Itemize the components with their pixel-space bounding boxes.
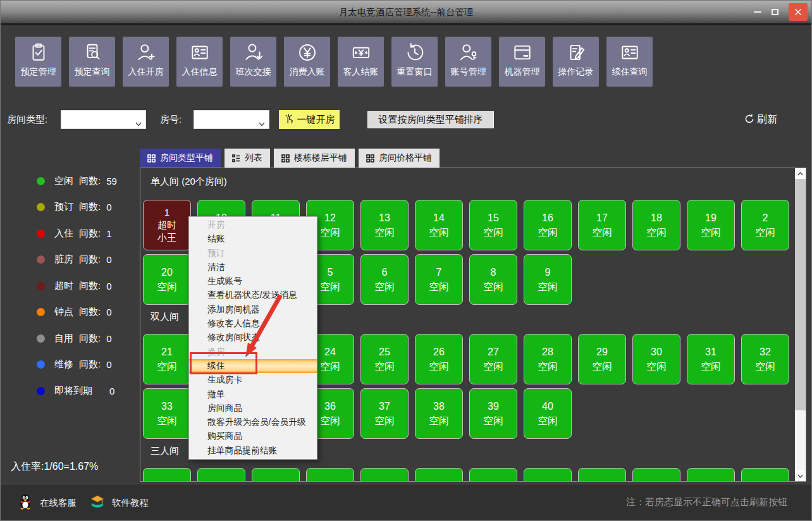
room-tile[interactable]	[143, 468, 191, 481]
menu-item-14[interactable]: 房间商品	[189, 401, 317, 415]
tab-3[interactable]: 楼栋楼层平铺	[274, 149, 355, 168]
room-tile[interactable]: 16空闲	[524, 200, 572, 250]
room-row	[143, 468, 794, 481]
legend-count-label: 间数:	[79, 201, 101, 213]
minimize-button[interactable]	[754, 11, 761, 13]
room-tile[interactable]: 28空闲	[524, 334, 572, 384]
menu-item-10: 换房	[189, 345, 317, 359]
room-tile[interactable]	[687, 468, 735, 481]
tutorial-link[interactable]: 软件教程	[89, 491, 149, 515]
room-tile[interactable]: 27空闲	[469, 334, 517, 384]
toolbar-button-6[interactable]: 消费入账	[284, 37, 330, 87]
room-tile[interactable]: 2空闲	[741, 200, 789, 250]
toolbar-button-10[interactable]: 机器管理	[499, 37, 545, 87]
toolbar-button-9[interactable]: 账号管理	[445, 37, 491, 87]
room-status: 空闲	[374, 279, 395, 294]
quick-open-room-button[interactable]: 一键开房	[279, 110, 340, 129]
menu-item-13[interactable]: 撤单	[189, 388, 317, 401]
menu-item-6[interactable]: 查看机器状态/发送消息	[189, 288, 317, 302]
edit-record-icon	[565, 42, 587, 63]
room-tile[interactable]: 17空闲	[578, 200, 626, 250]
room-tile[interactable]	[252, 468, 300, 481]
room-status: 空闲	[538, 225, 558, 240]
room-tile[interactable]: 31空闲	[687, 334, 735, 384]
status-dot	[37, 177, 45, 185]
room-tile[interactable]	[197, 468, 245, 481]
menu-item-11[interactable]: 续住	[189, 359, 317, 373]
room-tile[interactable]	[360, 468, 409, 481]
menu-item-17[interactable]: 挂单商品提前结账	[189, 444, 317, 458]
menu-item-15[interactable]: 散客升级为会员/会员升级	[189, 415, 317, 429]
menu-item-9[interactable]: 修改房间状态	[189, 331, 317, 345]
room-tile[interactable]: 19空闲	[687, 200, 735, 250]
toolbar: 预定管理预定查询入住开房入住信息班次交接消费入账客人结账重置窗口账号管理机器管理…	[15, 37, 653, 87]
room-type-select[interactable]	[61, 110, 146, 129]
room-tile[interactable]: 7空闲	[415, 254, 463, 305]
legend-count: 0	[106, 254, 111, 265]
room-tile[interactable]: 37空闲	[360, 388, 409, 439]
room-tile[interactable]: 21空闲	[143, 334, 191, 384]
room-tile[interactable]: 25空闲	[360, 334, 409, 384]
toolbar-button-11[interactable]: 操作记录	[553, 37, 599, 87]
room-tile[interactable]: 40空闲	[524, 388, 572, 439]
room-tile[interactable]: 8空闲	[469, 254, 517, 305]
room-tile[interactable]	[632, 468, 680, 481]
yen-coin-icon	[297, 42, 318, 63]
room-tile[interactable]: 20空闲	[143, 254, 191, 305]
toolbar-button-5[interactable]: 班次交接	[230, 37, 276, 87]
toolbar-button-3[interactable]: 入住开房	[123, 37, 169, 87]
menu-item-2[interactable]: 结账	[189, 232, 317, 246]
legend-label: 维修	[54, 359, 73, 371]
room-tile[interactable]: 9空闲	[524, 254, 572, 305]
room-tile[interactable]: 18空闲	[632, 200, 680, 250]
legend-label: 自用	[54, 333, 73, 345]
tab-4[interactable]: 房间价格平铺	[359, 149, 440, 168]
sort-by-room-type-button[interactable]: 设置按房间类型平铺排序	[367, 111, 494, 128]
room-tile[interactable]	[578, 468, 626, 481]
room-tile[interactable]: 13空闲	[360, 200, 409, 250]
room-tile[interactable]: 29空闲	[578, 334, 626, 384]
room-tile[interactable]	[741, 468, 789, 481]
scrollbar[interactable]	[795, 168, 806, 481]
room-tile[interactable]: 32空闲	[741, 334, 789, 384]
toolbar-button-4[interactable]: 入住信息	[176, 37, 223, 87]
room-tile[interactable]: 39空闲	[469, 388, 517, 439]
toolbar-button-8[interactable]: 重置窗口	[391, 37, 438, 87]
room-tile[interactable]	[524, 468, 572, 481]
online-service-link[interactable]: 在线客服	[17, 491, 77, 515]
room-tile[interactable]: 1超时小王	[143, 200, 191, 250]
room-tile[interactable]	[469, 468, 517, 481]
hand-click-icon	[284, 114, 294, 126]
room-tile[interactable]: 15空闲	[469, 200, 517, 250]
room-tile[interactable]: 6空闲	[360, 254, 409, 305]
tab-2[interactable]: 列表	[225, 149, 270, 168]
close-button[interactable]	[789, 3, 808, 21]
scroll-up-icon[interactable]	[795, 168, 806, 179]
menu-item-16[interactable]: 购买商品	[189, 429, 317, 443]
room-tile[interactable]: 14空闲	[415, 200, 463, 250]
room-tile[interactable]: 38空闲	[415, 388, 463, 439]
toolbar-button-12[interactable]: 续住查询	[606, 37, 653, 87]
room-tile[interactable]: 26空闲	[415, 334, 463, 384]
scroll-down-icon[interactable]	[795, 470, 806, 481]
menu-item-12[interactable]: 生成房卡	[189, 373, 317, 387]
refresh-button[interactable]: 刷新	[744, 113, 777, 126]
room-number: 9	[545, 265, 551, 279]
toolbar-button-label: 消费入账	[290, 66, 325, 78]
menu-item-4[interactable]: 清洁	[189, 260, 317, 274]
maximize-button[interactable]	[772, 9, 778, 15]
menu-item-5[interactable]: 生成账号	[189, 274, 317, 288]
toolbar-button-2[interactable]: 预定查询	[69, 37, 115, 87]
room-tile[interactable]: 30空闲	[632, 334, 680, 384]
room-tile[interactable]	[415, 468, 463, 481]
menu-item-7[interactable]: 添加房间机器	[189, 303, 317, 317]
scrollbar-thumb[interactable]	[795, 179, 806, 410]
toolbar-button-7[interactable]: 客人结账	[338, 37, 384, 87]
toolbar-button-1[interactable]: 预定管理	[15, 37, 61, 87]
room-tile[interactable]	[306, 468, 354, 481]
room-tile[interactable]: 33空闲	[143, 388, 191, 439]
room-status: 空闲	[320, 414, 340, 428]
tab-1[interactable]: 房间类型平铺	[140, 149, 221, 168]
menu-item-8[interactable]: 修改客人信息	[189, 317, 317, 331]
room-no-select[interactable]	[194, 110, 269, 129]
